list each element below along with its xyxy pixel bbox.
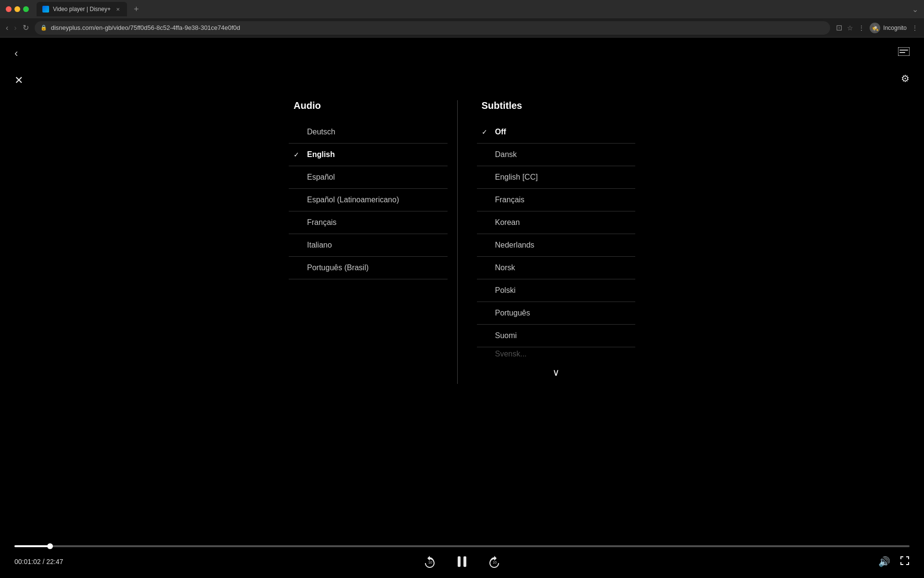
- subtitle-item-norsk[interactable]: Norsk: [477, 257, 636, 279]
- scroll-down-button[interactable]: ∨: [477, 361, 636, 384]
- sub-francais-label: Français: [495, 196, 525, 204]
- audio-column: Audio Deutsch ✓ English Español Español …: [279, 100, 457, 384]
- player-bottom-controls: 00:01:02 / 22:47 10 10: [0, 545, 924, 578]
- subtitle-item-svenska[interactable]: Svensk...: [477, 347, 636, 361]
- suomi-label: Suomi: [495, 331, 517, 340]
- browser-actions: ⊡ ☆ ⋮ 🕵 Incognito ⋮: [836, 23, 918, 33]
- espanol-label: Español: [307, 173, 335, 182]
- profile-badge[interactable]: 🕵 Incognito: [870, 23, 907, 33]
- subtitle-item-english-cc[interactable]: English [CC]: [477, 166, 636, 189]
- cast-icon[interactable]: ⊡: [836, 23, 842, 32]
- profile-label: Incognito: [883, 25, 907, 31]
- svg-rect-4: [458, 556, 461, 567]
- svenska-label: Svensk...: [495, 350, 527, 358]
- francais-label: Français: [307, 218, 336, 227]
- audio-item-espanol[interactable]: Español: [289, 166, 448, 189]
- svg-text:10: 10: [428, 561, 432, 564]
- english-label: English: [307, 150, 335, 159]
- player-controls-row: 00:01:02 / 22:47 10 10: [14, 555, 910, 568]
- forward-button[interactable]: 10: [488, 555, 500, 568]
- tab-close-button[interactable]: ✕: [115, 6, 121, 13]
- polski-label: Polski: [495, 286, 516, 295]
- total-time: 22:47: [46, 558, 63, 565]
- audio-item-italiano[interactable]: Italiano: [289, 234, 448, 257]
- browser-chrome: Video player | Disney+ ✕ + ⌄ ‹ › ↻ 🔒 dis…: [0, 0, 924, 38]
- audio-title: Audio: [289, 100, 448, 111]
- svg-text:10: 10: [493, 561, 497, 564]
- traffic-lights: [6, 6, 29, 12]
- korean-label: Korean: [495, 218, 520, 227]
- audio-item-espanol-lat[interactable]: Español (Latinoamericano): [289, 189, 448, 211]
- browser-menu-icon[interactable]: ⋮: [858, 24, 865, 32]
- off-label: Off: [495, 128, 506, 136]
- english-check: ✓: [294, 151, 301, 158]
- chevron-down-icon: ∨: [552, 367, 560, 378]
- progress-bar[interactable]: [14, 545, 910, 547]
- maximize-window-button[interactable]: [23, 6, 29, 12]
- portugues-label: Português: [495, 309, 530, 317]
- subtitle-item-polski[interactable]: Polski: [477, 279, 636, 302]
- address-bar: ‹ › ↻ 🔒 disneyplus.com/en-gb/video/75ff0…: [0, 18, 924, 38]
- dansk-label: Dansk: [495, 150, 517, 159]
- url-text: disneyplus.com/en-gb/video/75ff0d56-8c52…: [51, 24, 825, 31]
- right-controls: 🔊: [878, 556, 910, 568]
- audio-item-deutsch[interactable]: Deutsch: [289, 121, 448, 144]
- close-panel-button[interactable]: ✕: [14, 74, 23, 87]
- tab-favicon: [42, 6, 49, 13]
- url-bar[interactable]: 🔒 disneyplus.com/en-gb/video/75ff0d56-8c…: [35, 21, 831, 35]
- svg-rect-5: [463, 556, 466, 567]
- subtitle-item-nederlands[interactable]: Nederlands: [477, 234, 636, 257]
- close-window-button[interactable]: [6, 6, 12, 12]
- subtitle-item-suomi[interactable]: Suomi: [477, 325, 636, 347]
- svg-rect-2: [899, 52, 905, 53]
- subtitle-panel-icon[interactable]: [898, 47, 910, 58]
- settings-button[interactable]: ⚙: [901, 73, 910, 84]
- off-check: ✓: [482, 128, 489, 136]
- subtitle-item-off[interactable]: ✓ Off: [477, 121, 636, 144]
- current-time: 00:01:02: [14, 558, 41, 565]
- nav-back-button[interactable]: ‹: [6, 24, 8, 32]
- subtitle-item-dansk[interactable]: Dansk: [477, 144, 636, 166]
- nav-refresh-button[interactable]: ↻: [23, 23, 29, 32]
- back-button[interactable]: ‹: [14, 47, 23, 60]
- bookmark-icon[interactable]: ☆: [847, 24, 853, 32]
- browser-more-icon[interactable]: ⋮: [911, 24, 918, 32]
- norsk-label: Norsk: [495, 263, 515, 272]
- progress-thumb: [47, 543, 53, 549]
- subtitle-item-korean[interactable]: Korean: [477, 211, 636, 234]
- player-top-right-controls: ⚙: [898, 47, 910, 84]
- volume-button[interactable]: 🔊: [878, 556, 890, 567]
- espanol-lat-label: Español (Latinoamericano): [307, 196, 399, 204]
- deutsch-label: Deutsch: [307, 128, 335, 136]
- audio-item-english[interactable]: ✓ English: [289, 144, 448, 166]
- audio-item-portugues-brasil[interactable]: Português (Brasil): [289, 257, 448, 279]
- new-tab-button[interactable]: +: [131, 5, 142, 13]
- ssl-lock-icon: 🔒: [40, 25, 47, 31]
- svg-rect-0: [898, 47, 910, 56]
- subtitle-item-francais[interactable]: Français: [477, 189, 636, 211]
- audio-item-francais[interactable]: Français: [289, 211, 448, 234]
- english-cc-label: English [CC]: [495, 173, 538, 182]
- player-top-left-controls: ‹ ✕: [14, 47, 23, 87]
- italiano-label: Italiano: [307, 241, 332, 250]
- video-player: ‹ ✕ ⚙ Audio Deutsch ✓ English: [0, 38, 924, 578]
- fullscreen-button[interactable]: [900, 556, 910, 568]
- active-tab[interactable]: Video player | Disney+ ✕: [37, 2, 127, 16]
- pause-button[interactable]: [455, 555, 469, 568]
- subtitles-title: Subtitles: [477, 100, 636, 111]
- tab-bar: Video player | Disney+ ✕ + ⌄: [0, 0, 924, 18]
- nederlands-label: Nederlands: [495, 241, 535, 250]
- rewind-button[interactable]: 10: [424, 555, 436, 568]
- subtitle-item-portugues[interactable]: Português: [477, 302, 636, 325]
- subtitles-column: Subtitles ✓ Off Dansk English [CC] Franç…: [457, 100, 645, 384]
- progress-filled: [14, 545, 50, 547]
- language-panel: Audio Deutsch ✓ English Español Español …: [279, 100, 645, 384]
- minimize-window-button[interactable]: [14, 6, 20, 12]
- nav-forward-button[interactable]: ›: [14, 24, 16, 32]
- time-display: 00:01:02 / 22:47: [14, 558, 63, 565]
- tab-title: Video player | Disney+: [53, 6, 111, 13]
- incognito-icon: 🕵: [870, 23, 880, 33]
- browser-expand-button[interactable]: ⌄: [912, 5, 918, 14]
- svg-rect-1: [899, 50, 908, 51]
- portugues-brasil-label: Português (Brasil): [307, 263, 369, 272]
